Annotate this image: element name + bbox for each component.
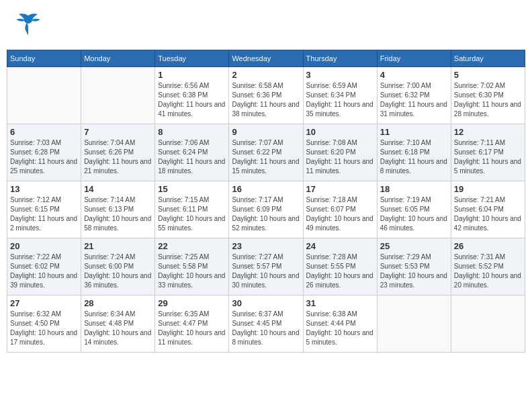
calendar-week-1: 1Sunrise: 6:56 AMSunset: 6:38 PMDaylight… — [7, 67, 525, 124]
day-info: Sunrise: 7:06 AMSunset: 6:24 PMDaylight:… — [158, 138, 226, 176]
weekday-header-thursday: Thursday — [303, 50, 377, 67]
day-info: Sunrise: 6:38 AMSunset: 4:44 PMDaylight:… — [306, 310, 374, 347]
day-number: 3 — [306, 70, 374, 80]
day-info: Sunrise: 6:35 AMSunset: 4:47 PMDaylight:… — [158, 310, 226, 347]
day-number: 4 — [380, 70, 448, 80]
day-info: Sunrise: 7:29 AMSunset: 5:53 PMDaylight:… — [380, 253, 448, 290]
calendar-cell: 15Sunrise: 7:15 AMSunset: 6:11 PMDayligh… — [155, 181, 229, 238]
day-number: 28 — [84, 298, 152, 308]
day-number: 12 — [454, 127, 522, 137]
calendar-week-3: 13Sunrise: 7:12 AMSunset: 6:15 PMDayligh… — [7, 181, 525, 238]
day-number: 19 — [454, 184, 522, 194]
calendar-cell: 24Sunrise: 7:28 AMSunset: 5:55 PMDayligh… — [303, 238, 377, 295]
day-number: 15 — [158, 184, 226, 194]
calendar-cell: 23Sunrise: 7:27 AMSunset: 5:57 PMDayligh… — [229, 238, 303, 295]
calendar-cell: 2Sunrise: 6:58 AMSunset: 6:36 PMDaylight… — [229, 67, 303, 124]
calendar-week-4: 20Sunrise: 7:22 AMSunset: 6:02 PMDayligh… — [7, 238, 525, 295]
calendar-cell: 21Sunrise: 7:24 AMSunset: 6:00 PMDayligh… — [81, 238, 155, 295]
day-number: 13 — [10, 184, 78, 194]
calendar-cell: 19Sunrise: 7:21 AMSunset: 6:04 PMDayligh… — [451, 181, 525, 238]
day-info: Sunrise: 6:32 AMSunset: 4:50 PMDaylight:… — [10, 310, 78, 347]
calendar-cell: 8Sunrise: 7:06 AMSunset: 6:24 PMDaylight… — [155, 124, 229, 181]
weekday-header-friday: Friday — [377, 50, 451, 67]
day-info: Sunrise: 7:27 AMSunset: 5:57 PMDaylight:… — [232, 253, 300, 290]
day-info: Sunrise: 7:02 AMSunset: 6:30 PMDaylight:… — [454, 81, 522, 119]
weekday-header-wednesday: Wednesday — [229, 50, 303, 67]
day-number: 1 — [158, 70, 226, 80]
calendar-cell: 16Sunrise: 7:17 AMSunset: 6:09 PMDayligh… — [229, 181, 303, 238]
calendar-cell: 28Sunrise: 6:34 AMSunset: 4:48 PMDayligh… — [81, 295, 155, 353]
day-number: 9 — [232, 127, 300, 137]
calendar-cell — [451, 295, 525, 353]
day-number: 24 — [306, 241, 374, 251]
day-number: 5 — [454, 70, 522, 80]
day-info: Sunrise: 7:17 AMSunset: 6:09 PMDaylight:… — [232, 195, 300, 233]
weekday-header-monday: Monday — [81, 50, 155, 67]
day-number: 8 — [158, 127, 226, 137]
day-info: Sunrise: 6:59 AMSunset: 6:34 PMDaylight:… — [306, 81, 374, 119]
page-header — [7, 7, 525, 43]
calendar-cell: 5Sunrise: 7:02 AMSunset: 6:30 PMDaylight… — [451, 67, 525, 124]
calendar-cell: 31Sunrise: 6:38 AMSunset: 4:44 PMDayligh… — [303, 295, 377, 353]
calendar-cell: 13Sunrise: 7:12 AMSunset: 6:15 PMDayligh… — [7, 181, 81, 238]
day-info: Sunrise: 7:15 AMSunset: 6:11 PMDaylight:… — [158, 195, 226, 233]
calendar-cell: 6Sunrise: 7:03 AMSunset: 6:28 PMDaylight… — [7, 124, 81, 181]
calendar-cell — [7, 67, 81, 124]
day-info: Sunrise: 7:00 AMSunset: 6:32 PMDaylight:… — [380, 81, 448, 119]
calendar-cell: 9Sunrise: 7:07 AMSunset: 6:22 PMDaylight… — [229, 124, 303, 181]
calendar-cell: 11Sunrise: 7:10 AMSunset: 6:18 PMDayligh… — [377, 124, 451, 181]
day-number: 6 — [10, 127, 78, 137]
day-number: 2 — [232, 70, 300, 80]
calendar-cell: 3Sunrise: 6:59 AMSunset: 6:34 PMDaylight… — [303, 67, 377, 124]
day-number: 16 — [232, 184, 300, 194]
day-number: 20 — [10, 241, 78, 251]
calendar-cell: 25Sunrise: 7:29 AMSunset: 5:53 PMDayligh… — [377, 238, 451, 295]
day-info: Sunrise: 7:19 AMSunset: 6:05 PMDaylight:… — [380, 195, 448, 233]
calendar-cell: 29Sunrise: 6:35 AMSunset: 4:47 PMDayligh… — [155, 295, 229, 353]
day-info: Sunrise: 7:24 AMSunset: 6:00 PMDaylight:… — [84, 253, 152, 290]
logo-icon — [13, 10, 43, 40]
day-info: Sunrise: 6:37 AMSunset: 4:45 PMDaylight:… — [232, 310, 300, 347]
weekday-header-tuesday: Tuesday — [155, 50, 229, 67]
calendar-cell — [377, 295, 451, 353]
day-info: Sunrise: 7:28 AMSunset: 5:55 PMDaylight:… — [306, 253, 374, 290]
day-info: Sunrise: 7:10 AMSunset: 6:18 PMDaylight:… — [380, 138, 448, 176]
calendar-cell: 22Sunrise: 7:25 AMSunset: 5:58 PMDayligh… — [155, 238, 229, 295]
day-number: 27 — [10, 298, 78, 308]
logo — [13, 10, 44, 40]
calendar-cell: 18Sunrise: 7:19 AMSunset: 6:05 PMDayligh… — [377, 181, 451, 238]
calendar-cell: 20Sunrise: 7:22 AMSunset: 6:02 PMDayligh… — [7, 238, 81, 295]
weekday-header-sunday: Sunday — [7, 50, 81, 67]
calendar-table: SundayMondayTuesdayWednesdayThursdayFrid… — [7, 50, 525, 353]
weekday-header-saturday: Saturday — [451, 50, 525, 67]
day-number: 26 — [454, 241, 522, 251]
day-number: 14 — [84, 184, 152, 194]
day-info: Sunrise: 7:18 AMSunset: 6:07 PMDaylight:… — [306, 195, 374, 233]
day-info: Sunrise: 7:14 AMSunset: 6:13 PMDaylight:… — [84, 195, 152, 233]
day-number: 30 — [232, 298, 300, 308]
day-info: Sunrise: 7:25 AMSunset: 5:58 PMDaylight:… — [158, 253, 226, 290]
day-number: 21 — [84, 241, 152, 251]
calendar-cell: 14Sunrise: 7:14 AMSunset: 6:13 PMDayligh… — [81, 181, 155, 238]
calendar-week-5: 27Sunrise: 6:32 AMSunset: 4:50 PMDayligh… — [7, 295, 525, 353]
day-info: Sunrise: 7:12 AMSunset: 6:15 PMDaylight:… — [10, 195, 78, 233]
calendar-cell: 27Sunrise: 6:32 AMSunset: 4:50 PMDayligh… — [7, 295, 81, 353]
day-number: 11 — [380, 127, 448, 137]
day-info: Sunrise: 7:31 AMSunset: 5:52 PMDaylight:… — [454, 253, 522, 290]
calendar-week-2: 6Sunrise: 7:03 AMSunset: 6:28 PMDaylight… — [7, 124, 525, 181]
day-info: Sunrise: 6:34 AMSunset: 4:48 PMDaylight:… — [84, 310, 152, 347]
calendar-cell: 17Sunrise: 7:18 AMSunset: 6:07 PMDayligh… — [303, 181, 377, 238]
calendar-cell: 12Sunrise: 7:11 AMSunset: 6:17 PMDayligh… — [451, 124, 525, 181]
day-number: 25 — [380, 241, 448, 251]
day-info: Sunrise: 7:04 AMSunset: 6:26 PMDaylight:… — [84, 138, 152, 176]
calendar-cell: 7Sunrise: 7:04 AMSunset: 6:26 PMDaylight… — [81, 124, 155, 181]
day-info: Sunrise: 7:11 AMSunset: 6:17 PMDaylight:… — [454, 138, 522, 176]
day-number: 18 — [380, 184, 448, 194]
calendar-cell — [81, 67, 155, 124]
calendar-cell: 4Sunrise: 7:00 AMSunset: 6:32 PMDaylight… — [377, 67, 451, 124]
day-number: 7 — [84, 127, 152, 137]
calendar-cell: 10Sunrise: 7:08 AMSunset: 6:20 PMDayligh… — [303, 124, 377, 181]
day-number: 22 — [158, 241, 226, 251]
day-info: Sunrise: 6:58 AMSunset: 6:36 PMDaylight:… — [232, 81, 300, 119]
day-number: 29 — [158, 298, 226, 308]
